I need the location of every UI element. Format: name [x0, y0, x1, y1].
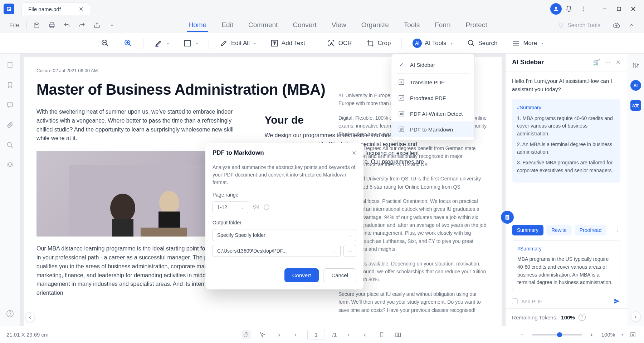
page-nav-right[interactable]: › [631, 312, 641, 322]
ai-close-icon[interactable]: ✕ [616, 59, 620, 66]
translate-icon[interactable]: A文 [630, 100, 641, 111]
prev-page-icon[interactable]: ‹ [291, 330, 300, 339]
maximize-button[interactable] [612, 2, 626, 16]
dropdown-chevron-icon[interactable] [106, 19, 118, 31]
zoom-out-button[interactable] [97, 37, 113, 50]
bookmark-icon[interactable] [5, 80, 15, 90]
status-bar: 21.01 X 29.69 cm |‹ ‹ 1 /1 › ›| − + 100%… [0, 326, 644, 343]
select-tool-icon[interactable] [258, 330, 267, 339]
tokens-help-icon[interactable]: ? [579, 314, 586, 321]
app-icon[interactable] [4, 4, 14, 14]
ask-pdf-row[interactable]: Ask PDF [512, 298, 620, 305]
close-button[interactable] [626, 2, 640, 16]
next-page-icon[interactable]: › [344, 330, 353, 339]
ask-checkbox[interactable] [512, 298, 518, 304]
tab-view[interactable]: View [330, 19, 348, 32]
redo-icon[interactable] [76, 19, 88, 31]
output-folder-select[interactable]: Specify Specify folder ⌄ [213, 229, 356, 241]
page-nav-left[interactable]: ‹ [25, 312, 35, 322]
add-text-button[interactable]: TAdd Text [267, 37, 309, 50]
svg-point-43 [159, 191, 179, 214]
crop-button[interactable]: Crop [362, 37, 394, 50]
zoom-in-icon[interactable]: + [587, 330, 596, 339]
svg-text:A: A [330, 42, 333, 45]
zoom-out-icon[interactable]: − [518, 330, 527, 339]
shape-button[interactable]: ▾ [180, 37, 201, 50]
tab-close-icon[interactable]: ✕ [79, 6, 83, 13]
last-page-icon[interactable]: ›| [360, 330, 370, 339]
edit-all-button[interactable]: Edit All▾ [216, 37, 259, 50]
search-tools[interactable]: Search Tools [557, 22, 600, 29]
comment-icon[interactable] [5, 100, 15, 110]
print-icon[interactable] [46, 19, 58, 31]
output-path-field[interactable]: C:\Users\13609\Desktop\PDF... ⌄ [213, 245, 341, 257]
cart-icon[interactable]: 🛒 [593, 59, 600, 66]
cancel-button[interactable]: Cancel [323, 268, 356, 282]
file-menu[interactable]: File [6, 20, 22, 30]
svg-rect-0 [7, 7, 11, 11]
current-page-input[interactable]: 1 [307, 330, 325, 339]
tab-organize[interactable]: Organize [360, 19, 390, 32]
chip-proofread[interactable]: Proofread [575, 225, 606, 235]
undo-icon[interactable] [61, 19, 73, 31]
search-button[interactable]: Search [463, 37, 501, 50]
thumbnails-icon[interactable] [5, 60, 15, 70]
minimize-button[interactable] [597, 2, 612, 16]
fit-page-icon[interactable] [628, 330, 638, 339]
chip-more-icon[interactable]: ⋮ [615, 227, 620, 233]
chevron-down-icon: ⌄ [241, 205, 244, 209]
two-page-icon[interactable] [393, 330, 402, 339]
ai-menu-translate[interactable]: Translate PDF [391, 74, 474, 90]
convert-button[interactable]: Convert [284, 268, 319, 282]
page-range-select[interactable]: 1-12 ⌄ [213, 201, 248, 213]
ai-tools-button[interactable]: AIAI Tools▾ [409, 36, 456, 50]
help-icon[interactable] [5, 309, 15, 319]
ai-menu-detect[interactable]: AI PDF AI-Written Detect [391, 106, 474, 121]
single-page-icon[interactable] [377, 330, 386, 339]
cloud-upload-icon[interactable] [610, 19, 623, 31]
summary-box: #Summary 1. MBA programs require 40-60 c… [512, 99, 620, 183]
save-icon[interactable] [31, 19, 43, 31]
hand-tool-icon[interactable] [241, 330, 251, 339]
svg-point-51 [637, 64, 638, 65]
tab-edit[interactable]: Edit [220, 19, 235, 32]
ocr-button[interactable]: AOCR [323, 37, 356, 50]
left-sidebar [0, 54, 20, 326]
search-panel-icon[interactable] [5, 140, 15, 150]
document-tab[interactable]: File name.pdf ✕ [21, 3, 90, 15]
highlight-button[interactable]: ▾ [151, 37, 172, 50]
browse-folder-button[interactable]: ⋯ [343, 245, 356, 257]
page-range-toggle[interactable] [264, 204, 269, 210]
attachment-icon[interactable] [5, 120, 15, 130]
svg-point-36 [7, 143, 11, 147]
share-icon[interactable] [91, 19, 103, 31]
modal-close-icon[interactable]: ✕ [352, 150, 356, 156]
layers-icon[interactable] [5, 160, 15, 170]
more-button[interactable]: More▾ [508, 37, 547, 50]
chip-rewrite[interactable]: Rewite [546, 225, 572, 235]
tab-form[interactable]: Form [433, 19, 452, 32]
zoom-slider[interactable] [532, 334, 582, 335]
tab-protect[interactable]: Protect [464, 19, 488, 32]
floating-doc-icon[interactable] [501, 211, 514, 224]
tab-tools[interactable]: Tools [402, 19, 421, 32]
send-icon[interactable] [613, 298, 620, 305]
tab-convert[interactable]: Convert [291, 19, 318, 32]
first-page-icon[interactable]: |‹ [274, 330, 284, 339]
svg-rect-2 [9, 8, 10, 9]
ai-menu-sidebar[interactable]: ✓ AI Sidebar [391, 57, 474, 73]
tab-comment[interactable]: Comment [247, 19, 279, 32]
chip-summary[interactable]: Summary [512, 225, 543, 235]
tab-home[interactable]: Home [187, 19, 208, 32]
kebab-icon[interactable] [576, 2, 590, 16]
pdf-to-markdown-modal: PDF to Markdown ✕ Analyze and summarize … [205, 143, 364, 289]
notification-icon[interactable] [562, 2, 576, 16]
ai-rail-icon[interactable]: AI [630, 80, 641, 91]
zoom-in-button[interactable] [120, 37, 136, 50]
ai-menu-proofread[interactable]: Proofread PDF [391, 90, 474, 106]
ai-more-icon[interactable]: ⋯ [605, 59, 611, 66]
settings-icon[interactable] [630, 60, 641, 71]
ai-menu-markdown[interactable]: PDF to Markdown [391, 121, 474, 137]
user-avatar[interactable] [550, 3, 562, 15]
collapse-icon[interactable] [625, 19, 638, 31]
